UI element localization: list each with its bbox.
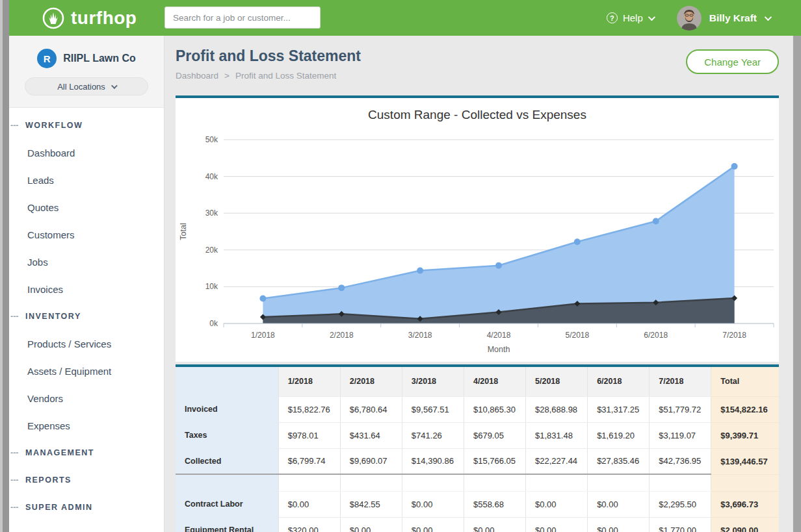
cell-collected-4-2018: $15,766.05 [464, 448, 525, 474]
cell-spacer-2-2018 [340, 474, 402, 491]
cell-taxes-2-2018: $431.64 [340, 422, 402, 448]
sidebar-item-customers[interactable]: Customers [9, 221, 164, 248]
col-header-5-2018: 5/2018 [526, 367, 588, 396]
cell-contract-labor-3-2018: $0.00 [402, 491, 464, 517]
cell-equipment-rental-3-2018: $0.00 [402, 517, 464, 532]
cell-taxes-1-2018: $978.01 [278, 422, 340, 448]
sidebar-section-inventory[interactable]: INVENTORY [9, 303, 164, 330]
x-tick-label: 5/2018 [566, 331, 590, 340]
left-scrollbar-thumb[interactable] [3, 0, 9, 532]
cell-collected-5-2018: $22,227.44 [526, 448, 588, 474]
sidebar-section-management[interactable]: MANAGEMENT [9, 439, 164, 466]
change-year-button[interactable]: Change Year [686, 49, 779, 74]
y-tick-label: 10k [205, 282, 218, 291]
cell-collected-1-2018: $6,799.74 [278, 448, 340, 474]
sidebar-item-assets-equipment[interactable]: Assets / Equipment [9, 357, 164, 385]
x-tick-label: 3/2018 [408, 331, 432, 340]
left-scrollbar[interactable] [0, 0, 9, 532]
app-root: turfhop ? Help Billy Kr [0, 0, 801, 532]
right-scrollbar[interactable] [793, 36, 801, 532]
cell-equipment-rental-total: $2,090.00 [711, 517, 779, 532]
col-header-7-2018: 7/2018 [650, 367, 711, 396]
cell-contract-labor-6-2018: $0.00 [588, 491, 650, 517]
table-header-row: 1/20182/20183/20184/20185/20186/20187/20… [176, 367, 779, 396]
collected-point-3-2018 [417, 268, 423, 274]
cell-invoiced-3-2018: $9,567.51 [402, 396, 464, 422]
row-label-contract-labor: Contract Labor [176, 491, 278, 517]
cell-contract-labor-5-2018: $0.00 [526, 491, 588, 517]
pl-chart: Custom Range - Collected vs Expenses0k10… [176, 98, 779, 358]
cell-spacer-3-2018 [402, 474, 464, 491]
cell-equipment-rental-6-2018: $0.00 [588, 517, 650, 532]
cell-spacer-6-2018 [588, 474, 650, 491]
sidebar-section-workflow[interactable]: WORKFLOW [9, 112, 164, 139]
col-header-1-2018: 1/2018 [278, 367, 340, 396]
cell-taxes-3-2018: $741.26 [402, 422, 464, 448]
col-header-total: Total [711, 367, 779, 396]
y-tick-label: 40k [205, 172, 218, 181]
x-tick-label: 4/2018 [487, 331, 511, 340]
chevron-down-icon [765, 13, 772, 20]
collected-point-5-2018 [574, 238, 581, 245]
x-axis-title: Month [488, 345, 510, 354]
sidebar-item-jobs[interactable]: Jobs [9, 248, 164, 275]
sidebar-item-dashboard[interactable]: Dashboard [9, 139, 164, 166]
sidebar-section-reports[interactable]: REPORTS [9, 466, 164, 494]
turfhop-grass-icon [42, 6, 65, 30]
cell-equipment-rental-5-2018: $0.00 [526, 517, 588, 532]
user-name: Billy Kraft [709, 12, 757, 24]
brand-logo[interactable]: turfhop [42, 6, 137, 30]
sidebar-item-expenses[interactable]: Expenses [9, 412, 164, 439]
row-label-equipment-rental: Equipment Rental [176, 517, 278, 532]
table-card: 1/20182/20183/20184/20185/20186/20187/20… [176, 364, 779, 532]
help-icon: ? [607, 12, 618, 23]
cell-contract-labor-1-2018: $0.00 [278, 491, 340, 517]
chevron-down-icon [648, 13, 655, 20]
help-menu[interactable]: ? Help [607, 12, 653, 23]
table-row-spacer [176, 474, 779, 491]
cell-equipment-rental-1-2018: $320.00 [278, 517, 340, 532]
sidebar-section-super-admin[interactable]: SUPER ADMIN [9, 494, 164, 521]
sidebar-item-leads[interactable]: Leads [9, 166, 164, 194]
breadcrumb-separator: > [224, 71, 230, 81]
sidebar: R RIIPL Lawn Co All Locations WORKFLOWDa… [9, 36, 164, 532]
col-header-6-2018: 6/2018 [588, 367, 650, 396]
company[interactable]: R RIIPL Lawn Co [20, 49, 153, 68]
sidebar-item-quotes[interactable]: Quotes [9, 194, 164, 221]
cell-spacer-7-2018 [650, 474, 711, 491]
help-label: Help [623, 12, 643, 23]
chevron-down-icon [111, 82, 118, 89]
table-row-taxes: Taxes$978.01$431.64$741.26$679.05$1,831.… [176, 422, 779, 448]
sidebar-item-products-services[interactable]: Products / Services [9, 330, 164, 357]
cell-taxes-7-2018: $3,119.07 [650, 422, 711, 448]
topbar-right: ? Help Billy Kraft [607, 6, 770, 31]
cell-taxes-total: $9,399.71 [711, 422, 779, 448]
chart-title: Custom Range - Collected vs Expenses [368, 108, 586, 121]
collected-area [263, 166, 734, 323]
cell-taxes-4-2018: $679.05 [464, 422, 525, 448]
x-tick-label: 6/2018 [644, 331, 668, 340]
cell-invoiced-5-2018: $28,688.98 [526, 396, 588, 422]
cell-equipment-rental-4-2018: $0.00 [464, 517, 525, 532]
sidebar-item-vendors[interactable]: Vendors [9, 385, 164, 412]
user-menu[interactable]: Billy Kraft [677, 6, 770, 31]
row-label-spacer [176, 474, 278, 491]
search-input[interactable] [164, 6, 321, 29]
cell-collected-2-2018: $9,690.07 [340, 448, 402, 474]
row-label-collected: Collected [176, 448, 278, 474]
location-selector[interactable]: All Locations [25, 77, 148, 95]
cell-contract-labor-2-2018: $842.55 [340, 491, 402, 517]
pl-table: 1/20182/20183/20184/20185/20186/20187/20… [176, 367, 779, 532]
company-block: R RIIPL Lawn Co All Locations [9, 36, 164, 108]
avatar [677, 6, 702, 31]
cell-spacer-1-2018 [278, 474, 340, 491]
cell-equipment-rental-2-2018: $0.00 [340, 517, 402, 532]
right-scrollbar-thumb[interactable] [793, 36, 801, 532]
breadcrumb-dashboard[interactable]: Dashboard [176, 71, 218, 81]
location-label: All Locations [57, 82, 105, 92]
col-header-2-2018: 2/2018 [340, 367, 402, 396]
cell-collected-7-2018: $42,736.95 [650, 448, 711, 474]
cell-invoiced-2-2018: $6,780.64 [340, 396, 402, 422]
col-header-4-2018: 4/2018 [464, 367, 525, 396]
sidebar-item-invoices[interactable]: Invoices [9, 275, 164, 303]
